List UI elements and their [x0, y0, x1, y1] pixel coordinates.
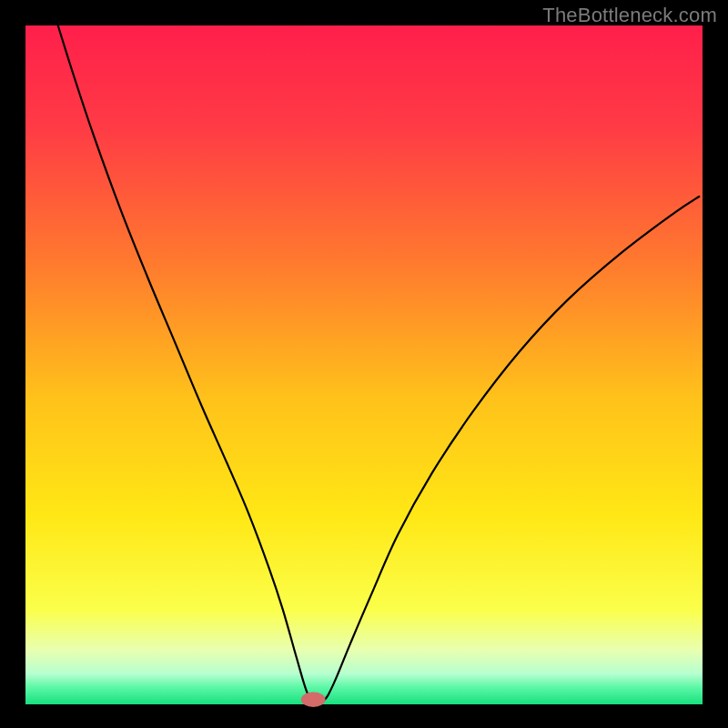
chart-container: TheBottleneck.com — [0, 0, 728, 728]
plot-area — [25, 25, 703, 704]
optimal-marker — [301, 693, 326, 707]
watermark-text: TheBottleneck.com — [542, 4, 717, 27]
bottleneck-chart — [0, 0, 728, 728]
